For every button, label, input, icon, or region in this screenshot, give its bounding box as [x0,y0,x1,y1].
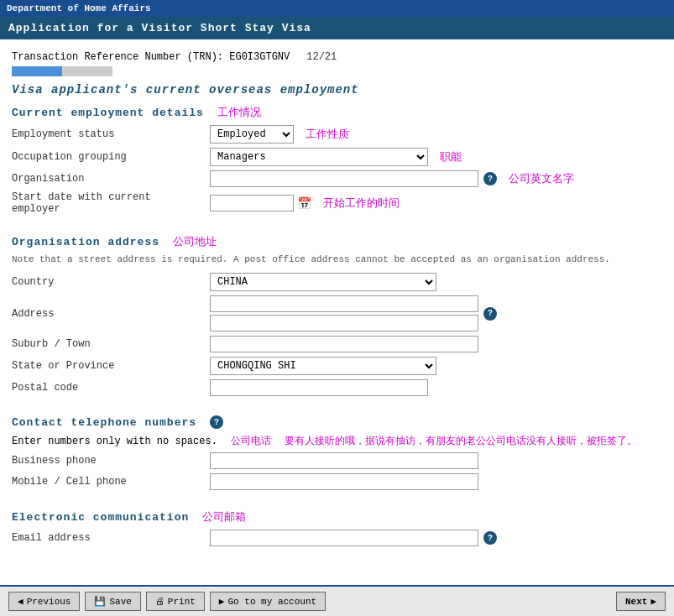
email-help-icon[interactable]: ? [483,531,497,545]
employment-status-label: Employment status [12,128,205,140]
mobile-phone-row: Mobile / Cell phone [12,473,662,490]
employment-status-row: Employment status Employed Self-employed… [12,125,662,144]
email-control: ? [210,530,662,546]
postal-code-input[interactable]: 400000 [210,379,428,396]
title-bar: Application for a Visitor Short Stay Vis… [0,17,674,39]
suburb-label: Suburb / Town [12,338,205,350]
employment-heading-english: Current employment details [12,107,204,119]
organisation-row: Organisation ? 公司英文名字 [12,170,662,187]
address-label: Address [12,308,205,320]
next-icon: ▶ [650,596,656,599]
print-label: Print [168,597,196,600]
contact-note: Enter numbers only with no spaces. [12,436,217,447]
bottom-bar: ◀ Previous 💾 Save 🖨 Print ▶ Go to my acc… [0,585,674,599]
suburb-control [210,336,662,352]
email-label: Email address [12,532,205,544]
postal-code-row: Postal code 400000 [12,379,662,396]
contact-chinese-warning: 要有人接听的哦，据说有抽访，有朋友的老公公司电话没有人接听，被拒签了。 [285,434,637,448]
employment-status-select[interactable]: Employed Self-employed Unemployed Retire… [210,125,294,144]
occupation-grouping-row: Occupation grouping Managers Professiona… [12,148,662,166]
top-bar-title: Department of Home Affairs [7,3,151,13]
save-icon: 💾 [94,596,106,599]
progress-filled [12,66,62,76]
mobile-phone-label: Mobile / Cell phone [12,476,205,488]
start-date-input[interactable] [210,195,294,211]
next-label: Next [625,597,647,600]
address-note: Note that a street address is required. … [12,254,662,264]
start-date-chinese: 开始工作的时间 [323,196,400,211]
occupation-grouping-select[interactable]: Managers Professionals Technicians Cleri… [210,148,428,166]
employment-section-heading: Current employment details 工作情况 [12,105,662,120]
occupation-grouping-label: Occupation grouping [12,151,205,163]
save-button[interactable]: 💾 Save [85,592,140,599]
business-phone-row: Business phone [12,452,662,469]
mobile-phone-control [210,473,662,490]
calendar-icon[interactable]: 📅 [297,196,311,211]
address-inputs [210,295,478,331]
employment-status-control: Employed Self-employed Unemployed Retire… [210,125,662,144]
organisation-label: Organisation [12,173,205,185]
print-button[interactable]: 🖨 Print [146,592,205,599]
progress-bar [12,66,662,76]
contact-note-row: Enter numbers only with no spaces. 公司电话 … [12,434,662,448]
address-row: Address ? [12,295,662,331]
email-row: Email address ? [12,530,662,546]
progress-empty [62,66,112,76]
business-phone-input[interactable] [210,452,478,469]
contact-heading-english: Contact telephone numbers [12,416,196,429]
organisation-input[interactable] [210,170,478,187]
bottom-right-buttons: Next ▶ [616,592,666,599]
mobile-phone-input[interactable] [210,473,478,490]
trn-value: EG0I3GTGNV [229,51,290,63]
country-label: Country [12,276,205,288]
country-select[interactable]: CHINA AUSTRALIA USA [210,273,436,291]
address-line1-input[interactable] [210,295,478,312]
suburb-input[interactable] [210,336,478,352]
state-select[interactable]: CHONGQING SHI BEIJING SHI SHANGHAI SHI [210,357,436,375]
address-section-heading: Organisation address 公司地址 [12,234,662,249]
country-control: CHINA AUSTRALIA USA [210,273,662,291]
title-bar-title: Application for a Visitor Short Stay Vis… [8,22,311,34]
postal-code-control: 400000 [210,379,662,396]
start-date-row: Start date with current employer 📅 开始工作的… [12,191,662,215]
save-label: Save [109,597,131,600]
address-help-icon[interactable]: ? [483,307,497,321]
suburb-row: Suburb / Town [12,336,662,352]
email-section-heading: Electronic communication 公司邮箱 [12,509,662,525]
print-icon: 🖨 [155,596,165,599]
state-control: CHONGQING SHI BEIJING SHI SHANGHAI SHI [210,357,662,375]
account-button[interactable]: ▶ Go to my account [210,592,326,599]
address-line2-input[interactable] [210,315,478,331]
contact-section-heading: Contact telephone numbers ? [12,415,662,429]
previous-label: Previous [27,597,71,600]
trn-label: Transaction Reference Number (TRN): [12,51,223,63]
state-row: State or Province CHONGQING SHI BEIJING … [12,357,662,375]
contact-help-icon[interactable]: ? [210,415,223,429]
employment-status-chinese: 工作性质 [306,127,349,142]
email-heading-english: Electronic communication [12,511,189,524]
occupation-grouping-chinese: 职能 [440,149,462,164]
page-number: 12/21 [306,51,337,63]
occupation-grouping-control: Managers Professionals Technicians Cleri… [210,148,662,166]
account-icon: ▶ [219,596,225,599]
bottom-left-buttons: ◀ Previous 💾 Save 🖨 Print ▶ Go to my acc… [8,592,326,599]
postal-code-label: Postal code [12,382,205,394]
organisation-control: ? 公司英文名字 [210,170,662,187]
country-row: Country CHINA AUSTRALIA USA [12,273,662,291]
address-heading-chinese: 公司地址 [173,234,217,249]
previous-button[interactable]: ◀ Previous [8,592,80,599]
section-title: Visa applicant's current overseas employ… [12,83,662,97]
top-bar: Department of Home Affairs [0,0,674,17]
email-input[interactable] [210,530,478,546]
business-phone-control [210,452,662,469]
organisation-chinese: 公司英文名字 [509,171,574,186]
state-label: State or Province [12,360,205,372]
organisation-help-icon[interactable]: ? [483,172,497,185]
previous-icon: ◀ [18,596,24,599]
business-phone-label: Business phone [12,455,205,467]
start-date-label: Start date with current employer [12,191,205,215]
account-label: Go to my account [227,597,316,600]
employment-heading-chinese: 工作情况 [217,105,261,120]
address-control: ? [210,295,662,331]
next-button[interactable]: Next ▶ [616,592,666,599]
